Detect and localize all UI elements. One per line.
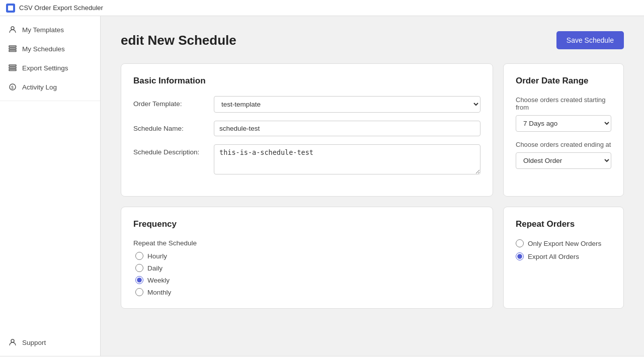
- sidebar-item-support[interactable]: Support: [0, 333, 100, 352]
- schedule-description-input[interactable]: this-is-a-schedule-test: [214, 144, 480, 174]
- svg-rect-3: [9, 48, 16, 50]
- basic-information-card: Basic Information Order Template: test-t…: [121, 63, 493, 197]
- sidebar-item-export-settings[interactable]: Export Settings: [0, 58, 100, 77]
- app-title: CSV Order Export Scheduler: [19, 4, 103, 12]
- schedule-name-input[interactable]: [214, 121, 480, 136]
- schedule-name-row: Schedule Name:: [133, 121, 480, 136]
- top-cards-row: Basic Information Order Template: test-t…: [121, 63, 624, 197]
- frequency-monthly[interactable]: Monthly: [135, 288, 480, 296]
- sidebar-label-export-settings: Export Settings: [22, 64, 68, 72]
- frequency-weekly[interactable]: Weekly: [135, 276, 480, 284]
- bottom-cards-row: Frequency Repeat the Schedule Hourly Dai…: [121, 207, 624, 309]
- sidebar-item-my-schedules[interactable]: My Schedules: [0, 39, 100, 58]
- sidebar-label-support: Support: [22, 339, 46, 346]
- svg-text:$: $: [11, 85, 14, 90]
- frequency-weekly-label: Weekly: [147, 277, 170, 284]
- svg-rect-5: [9, 65, 16, 66]
- frequency-daily-label: Daily: [147, 264, 163, 272]
- person-icon: [8, 25, 17, 34]
- page-title: edit New Schedule: [121, 33, 236, 48]
- order-template-select[interactable]: test-template template-1 template-2: [214, 96, 480, 113]
- svg-rect-0: [8, 6, 13, 11]
- svg-point-10: [11, 339, 14, 342]
- date-end-select[interactable]: Oldest Order Today Yesterday 1 Week ago: [516, 152, 611, 169]
- frequency-title: Frequency: [133, 219, 480, 229]
- bottom-scrollbar: [0, 356, 644, 362]
- activity-log-icon: $: [8, 82, 17, 92]
- frequency-card: Frequency Repeat the Schedule Hourly Dai…: [121, 207, 493, 309]
- main-content: edit New Schedule Save Schedule Basic In…: [101, 16, 644, 356]
- topbar: CSV Order Export Scheduler: [0, 0, 644, 16]
- svg-rect-6: [9, 67, 16, 69]
- repeat-orders-new-only[interactable]: Only Export New Orders: [516, 239, 611, 247]
- frequency-weekly-radio[interactable]: [135, 276, 143, 284]
- schedule-description-label: Schedule Description:: [133, 144, 214, 156]
- repeat-orders-all[interactable]: Export All Orders: [516, 252, 611, 260]
- repeat-orders-new-only-label: Only Export New Orders: [528, 240, 601, 247]
- sidebar-label-my-templates: My Templates: [22, 26, 64, 34]
- date-end-label: Choose orders created ending at: [516, 141, 611, 148]
- frequency-monthly-label: Monthly: [147, 289, 171, 296]
- sidebar-label-activity-log: Activity Log: [22, 83, 57, 91]
- svg-point-1: [11, 27, 14, 30]
- app-logo: [6, 4, 15, 13]
- page-header: edit New Schedule Save Schedule: [121, 31, 624, 49]
- sidebar-label-my-schedules: My Schedules: [22, 45, 65, 53]
- list-icon: [8, 44, 17, 53]
- frequency-daily[interactable]: Daily: [135, 264, 480, 272]
- repeat-orders-title: Repeat Orders: [516, 219, 611, 229]
- sidebar: My Templates My Schedules Export Setti: [0, 16, 101, 356]
- frequency-daily-radio[interactable]: [135, 264, 143, 272]
- date-start-group: Choose orders created starting from 7 Da…: [516, 96, 611, 132]
- frequency-hourly[interactable]: Hourly: [135, 252, 480, 260]
- repeat-orders-all-radio[interactable]: [516, 252, 524, 260]
- order-template-row: Order Template: test-template template-1…: [133, 96, 480, 113]
- schedule-name-label: Schedule Name:: [133, 121, 214, 132]
- save-schedule-button[interactable]: Save Schedule: [556, 31, 624, 49]
- date-start-select[interactable]: 7 Days ago 14 Days ago 30 Days ago 60 Da…: [516, 115, 611, 132]
- repeat-orders-all-label: Export All Orders: [528, 253, 579, 260]
- export-settings-icon: [8, 63, 17, 72]
- sidebar-item-activity-log[interactable]: $ Activity Log: [0, 77, 100, 97]
- repeat-orders-new-only-radio[interactable]: [516, 239, 524, 247]
- support-icon: [8, 338, 17, 347]
- frequency-monthly-radio[interactable]: [135, 288, 143, 296]
- order-date-range-title: Order Date Range: [516, 76, 611, 86]
- repeat-orders-radio-group: Only Export New Orders Export All Orders: [516, 239, 611, 260]
- order-template-control: test-template template-1 template-2: [214, 96, 480, 113]
- sidebar-item-my-templates[interactable]: My Templates: [0, 20, 100, 39]
- frequency-hourly-label: Hourly: [147, 252, 167, 260]
- date-end-group: Choose orders created ending at Oldest O…: [516, 141, 611, 169]
- basic-info-title: Basic Information: [133, 76, 480, 86]
- svg-rect-2: [9, 46, 16, 47]
- repeat-schedule-label: Repeat the Schedule: [133, 239, 480, 247]
- schedule-description-control: this-is-a-schedule-test: [214, 144, 480, 176]
- date-start-label: Choose orders created starting from: [516, 96, 611, 111]
- schedule-description-row: Schedule Description: this-is-a-schedule…: [133, 144, 480, 176]
- order-date-range-card: Order Date Range Choose orders created s…: [503, 63, 624, 197]
- frequency-radio-group: Hourly Daily Weekly Monthly: [133, 252, 480, 296]
- svg-rect-4: [9, 50, 16, 52]
- svg-rect-7: [9, 69, 16, 71]
- order-template-label: Order Template:: [133, 96, 214, 108]
- repeat-orders-card: Repeat Orders Only Export New Orders Exp…: [503, 207, 624, 309]
- schedule-name-control: [214, 121, 480, 136]
- frequency-hourly-radio[interactable]: [135, 252, 143, 260]
